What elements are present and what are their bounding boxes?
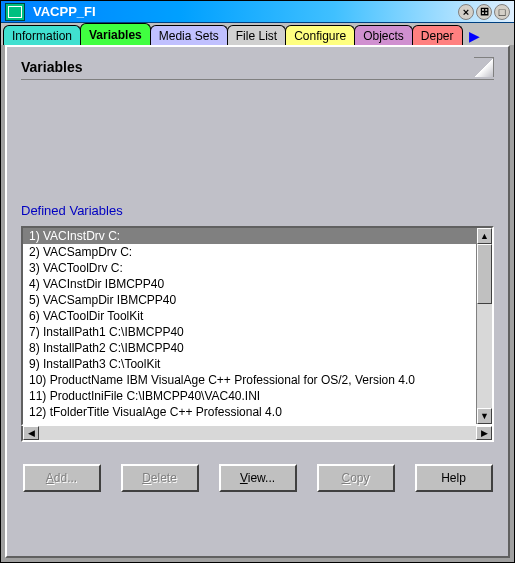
list-item[interactable]: 4) VACInstDir IBMCPP40 — [23, 276, 476, 292]
dogear-icon[interactable] — [474, 57, 494, 77]
tab-media-sets[interactable]: Media Sets — [150, 25, 228, 45]
maximize-icon[interactable]: □ — [494, 4, 510, 20]
list-item[interactable]: 7) InstallPath1 C:\IBMCPP40 — [23, 324, 476, 340]
panel-title: Variables — [21, 59, 83, 75]
button-row: Add... Delete View... Copy Help — [21, 464, 494, 492]
list-item[interactable]: 12) tFolderTitle VisualAge C++ Professio… — [23, 404, 476, 420]
list-item[interactable]: 2) VACSampDrv C: — [23, 244, 476, 260]
variable-list[interactable]: 1) VACInstDrv C:2) VACSampDrv C:3) VACTo… — [21, 226, 494, 426]
close-icon[interactable]: × — [458, 4, 474, 20]
delete-button[interactable]: Delete — [121, 464, 199, 492]
section-label: Defined Variables — [21, 203, 494, 218]
tab-variables[interactable]: Variables — [80, 23, 151, 45]
panel-header: Variables — [21, 57, 494, 80]
window-frame: VACPP_FI × ⊞ □ InformationVariablesMedia… — [0, 0, 515, 563]
panel: Variables Defined Variables 1) VACInstDr… — [5, 45, 510, 558]
scroll-right-icon[interactable]: ▶ — [476, 426, 492, 440]
list-item[interactable]: 11) ProductIniFile C:\IBMCPP40\VAC40.INI — [23, 388, 476, 404]
tab-deper[interactable]: Deper — [412, 25, 463, 45]
list-item[interactable]: 6) VACToolDir ToolKit — [23, 308, 476, 324]
view-button[interactable]: View... — [219, 464, 297, 492]
list-item[interactable]: 5) VACSampDir IBMCPP40 — [23, 292, 476, 308]
vertical-scrollbar[interactable]: ▲ ▼ — [476, 228, 492, 424]
list-item[interactable]: 9) InstallPath3 C:\ToolKit — [23, 356, 476, 372]
horizontal-scrollbar[interactable]: ◀ ▶ — [21, 426, 494, 442]
scroll-tabs-right-icon[interactable]: ▶ — [466, 27, 484, 45]
system-menu-icon[interactable] — [5, 3, 25, 21]
tab-objects[interactable]: Objects — [354, 25, 413, 45]
window-title: VACPP_FI — [29, 4, 458, 19]
list-items: 1) VACInstDrv C:2) VACSampDrv C:3) VACTo… — [23, 228, 476, 424]
list-item[interactable]: 3) VACToolDrv C: — [23, 260, 476, 276]
tab-file-list[interactable]: File List — [227, 25, 286, 45]
titlebar: VACPP_FI × ⊞ □ — [1, 1, 514, 23]
tab-row: InformationVariablesMedia SetsFile ListC… — [1, 23, 514, 45]
hscroll-track[interactable] — [39, 426, 476, 440]
scroll-left-icon[interactable]: ◀ — [23, 426, 39, 440]
spacer — [21, 88, 494, 203]
add-button[interactable]: Add... — [23, 464, 101, 492]
list-item[interactable]: 1) VACInstDrv C: — [23, 228, 476, 244]
scroll-down-icon[interactable]: ▼ — [477, 408, 492, 424]
copy-button[interactable]: Copy — [317, 464, 395, 492]
list-item[interactable]: 10) ProductName IBM VisualAge C++ Profes… — [23, 372, 476, 388]
help-button[interactable]: Help — [415, 464, 493, 492]
scroll-thumb[interactable] — [477, 244, 492, 304]
list-item[interactable]: 8) InstallPath2 C:\IBMCPP40 — [23, 340, 476, 356]
tab-information[interactable]: Information — [3, 25, 81, 45]
tab-configure[interactable]: Configure — [285, 25, 355, 45]
scroll-track[interactable] — [477, 244, 492, 408]
grid-icon[interactable]: ⊞ — [476, 4, 492, 20]
scroll-up-icon[interactable]: ▲ — [477, 228, 492, 244]
title-buttons: × ⊞ □ — [458, 4, 510, 20]
